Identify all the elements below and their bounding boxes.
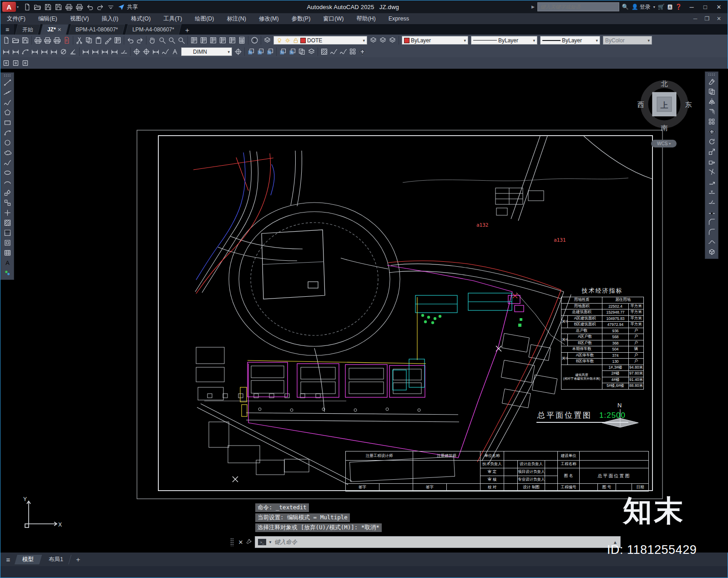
qat-dropdown-icon[interactable] bbox=[106, 2, 116, 12]
mtext-icon[interactable]: A bbox=[2, 258, 12, 268]
app-menu-chevron-icon[interactable]: ▾ bbox=[17, 5, 19, 9]
wcs-selector[interactable]: WCS▾ bbox=[651, 140, 677, 147]
layout-tabs-menu-icon[interactable]: ≡ bbox=[0, 556, 16, 563]
doc-restore-button[interactable]: ❐ bbox=[701, 15, 713, 22]
lineweight-combo[interactable]: ByLayer ▾ bbox=[540, 36, 600, 45]
app-store-cart-icon[interactable]: 🛒 bbox=[658, 4, 665, 10]
dimstyle-combo-chevron-icon[interactable]: ▾ bbox=[228, 50, 230, 54]
array-icon[interactable] bbox=[707, 117, 717, 127]
export-pdf-icon[interactable] bbox=[62, 35, 71, 45]
dim-radius-icon[interactable] bbox=[40, 47, 49, 56]
command-bar-grip[interactable] bbox=[230, 538, 234, 546]
region-icon[interactable] bbox=[2, 238, 12, 248]
sign-in-button[interactable]: 👤 登录 bbox=[632, 3, 651, 11]
lineweight-combo-chevron-icon[interactable]: ▾ bbox=[596, 38, 598, 43]
dim-diameter-icon[interactable] bbox=[59, 47, 68, 56]
blend-curves-icon[interactable] bbox=[707, 237, 717, 247]
mirror-icon[interactable] bbox=[707, 97, 717, 106]
help-search-box[interactable] bbox=[537, 2, 619, 11]
image-tool-icon[interactable] bbox=[1, 58, 11, 68]
set-bylayer-icon[interactable] bbox=[307, 47, 316, 56]
viewcube-north-label[interactable]: 北 bbox=[661, 80, 668, 87]
minimize-button[interactable]: ─ bbox=[685, 1, 698, 12]
layer-properties-icon[interactable] bbox=[263, 35, 272, 45]
help-icon[interactable]: ? bbox=[250, 35, 259, 45]
copy-nested-icon[interactable] bbox=[297, 47, 307, 56]
dim-text-angle-icon[interactable] bbox=[170, 47, 180, 56]
circle-icon[interactable] bbox=[2, 138, 12, 147]
plot-icon[interactable] bbox=[33, 35, 43, 45]
doc-close-button[interactable]: ✕ bbox=[713, 15, 725, 22]
toolbar-grip[interactable] bbox=[4, 74, 11, 76]
pan-icon[interactable] bbox=[148, 35, 157, 45]
color-combo-chevron-icon[interactable]: ▾ bbox=[464, 38, 466, 43]
dim-inspect-icon[interactable] bbox=[151, 47, 161, 56]
sheet-set-manager-icon[interactable] bbox=[218, 35, 228, 45]
scale-icon[interactable] bbox=[707, 147, 717, 157]
match-properties-icon[interactable] bbox=[103, 35, 113, 45]
edit-hatch-icon[interactable] bbox=[319, 47, 329, 56]
break-icon[interactable] bbox=[707, 197, 717, 207]
share-label[interactable]: 共享 bbox=[127, 3, 138, 11]
stretch-icon[interactable] bbox=[707, 157, 717, 167]
paste-icon[interactable] bbox=[94, 35, 103, 45]
open-icon[interactable] bbox=[33, 2, 42, 12]
material-tool-icon[interactable] bbox=[20, 58, 30, 68]
print-preview-icon[interactable] bbox=[75, 2, 84, 12]
menu-item-10[interactable]: 参数(P) bbox=[285, 13, 317, 24]
save-icon[interactable] bbox=[20, 35, 30, 45]
move-icon[interactable] bbox=[707, 127, 717, 137]
help-menu-icon[interactable]: ❓ bbox=[675, 4, 682, 10]
share-icon[interactable] bbox=[116, 2, 126, 12]
menu-item-11[interactable]: 窗口(W) bbox=[317, 13, 350, 24]
viewcube-east-label[interactable]: 东 bbox=[685, 101, 692, 108]
ellipse-arc-icon[interactable] bbox=[2, 178, 12, 188]
explode-icon[interactable] bbox=[707, 247, 717, 257]
dim-linear-icon[interactable] bbox=[1, 47, 11, 56]
doc-minimize-button[interactable]: ─ bbox=[689, 15, 701, 22]
menu-item-7[interactable]: 绘图(D) bbox=[188, 13, 220, 24]
command-line-bar[interactable]: ✕ >_ ▼ 键入命令 ▲ bbox=[230, 536, 621, 548]
edit-polyline-icon[interactable] bbox=[329, 47, 339, 56]
line-icon[interactable] bbox=[2, 78, 12, 87]
draworder-bring-front-icon[interactable] bbox=[246, 47, 256, 56]
dim-space-icon[interactable] bbox=[110, 47, 119, 56]
zoom-realtime-icon[interactable] bbox=[157, 35, 167, 45]
command-input[interactable]: >_ ▼ 键入命令 ▲ bbox=[255, 536, 621, 548]
render-tool-icon[interactable] bbox=[11, 58, 20, 68]
table-icon[interactable] bbox=[2, 248, 12, 258]
markup-import-icon[interactable] bbox=[228, 35, 237, 45]
view-cube[interactable]: 北 南 西 东 上 bbox=[636, 75, 693, 132]
dim-ordinate-icon[interactable] bbox=[30, 47, 40, 56]
search-input[interactable] bbox=[540, 4, 617, 10]
tab-close-icon[interactable]: ✕ bbox=[57, 27, 61, 32]
erase-icon[interactable] bbox=[707, 77, 717, 86]
file-tabs-menu-icon[interactable]: ≡ bbox=[0, 24, 14, 35]
command-customize-wrench-icon[interactable] bbox=[245, 538, 253, 546]
menu-item-6[interactable]: 工具(T) bbox=[157, 13, 188, 24]
trim-icon[interactable] bbox=[707, 167, 717, 177]
create-block-icon[interactable] bbox=[2, 198, 12, 208]
cut-icon[interactable] bbox=[75, 35, 84, 45]
file-tab-开始[interactable]: 开始 bbox=[15, 24, 40, 35]
break-at-point-icon[interactable] bbox=[707, 187, 717, 197]
rectangle-icon[interactable] bbox=[2, 118, 12, 127]
dim-angular-icon[interactable] bbox=[68, 47, 78, 56]
layer-combo-chevron-icon[interactable]: ▾ bbox=[363, 38, 365, 43]
color-combo[interactable]: ByLayer ▾ bbox=[402, 36, 468, 45]
publish-icon[interactable] bbox=[52, 35, 62, 45]
dim-continue-icon[interactable] bbox=[100, 47, 110, 56]
ellipse-icon[interactable] bbox=[2, 168, 12, 177]
menu-item-12[interactable]: 帮助(H) bbox=[350, 13, 382, 24]
dim-baseline-icon[interactable] bbox=[91, 47, 100, 56]
polyline-icon[interactable] bbox=[2, 98, 12, 107]
viewcube-top-label[interactable]: 上 bbox=[660, 101, 668, 110]
layout-tab-布局1[interactable]: 布局1 bbox=[41, 555, 71, 564]
maximize-button[interactable]: □ bbox=[698, 1, 712, 12]
polygon-icon[interactable] bbox=[2, 108, 12, 117]
redo-icon[interactable] bbox=[135, 35, 145, 45]
designcenter-icon[interactable] bbox=[199, 35, 208, 45]
qnew-icon[interactable] bbox=[22, 2, 32, 12]
hatch-icon[interactable] bbox=[2, 218, 12, 228]
menu-item-13[interactable]: Express bbox=[382, 13, 415, 24]
